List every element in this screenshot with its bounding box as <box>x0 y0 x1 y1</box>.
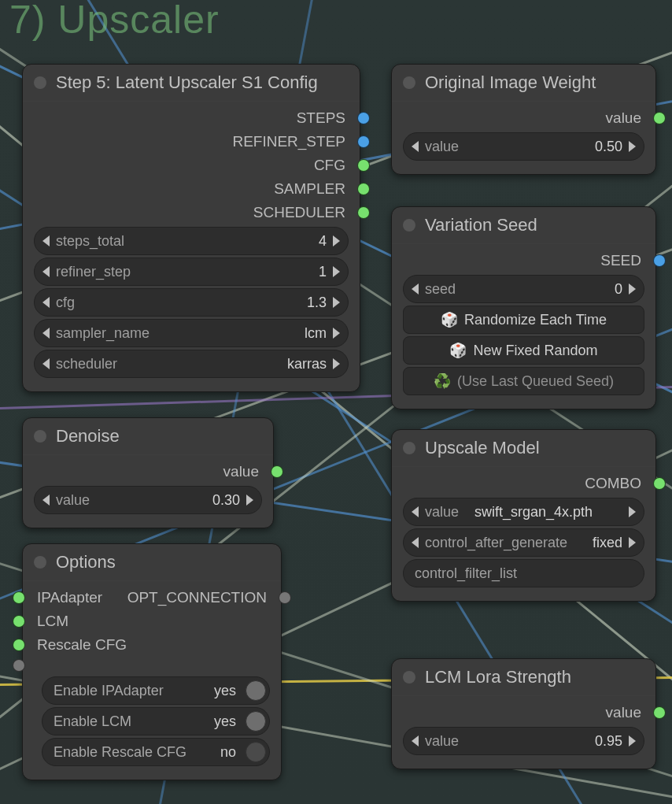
arrow-left-icon[interactable] <box>42 266 50 277</box>
arrow-left-icon[interactable] <box>412 141 419 152</box>
arrow-left-icon[interactable] <box>42 235 50 246</box>
output-opt-connection[interactable]: OPT_CONNECTION <box>127 589 270 606</box>
output-steps[interactable]: STEPS <box>34 106 349 130</box>
arrow-right-icon[interactable] <box>333 328 340 339</box>
port-icon[interactable] <box>13 592 24 603</box>
collapse-dot-icon[interactable] <box>403 76 415 89</box>
toggle-knob-icon <box>246 711 266 732</box>
node-variation-seed[interactable]: Variation Seed SEED seed 0 🎲 Randomize E… <box>391 206 656 409</box>
collapse-dot-icon[interactable] <box>34 430 46 443</box>
port-icon[interactable] <box>13 660 24 671</box>
randomize-each-time-button[interactable]: 🎲 Randomize Each Time <box>403 306 644 334</box>
arrow-left-icon[interactable] <box>42 328 50 339</box>
widget-cfg[interactable]: cfg 1.3 <box>34 288 349 317</box>
collapse-dot-icon[interactable] <box>403 442 415 454</box>
node-title: Denoise <box>56 426 120 446</box>
arrow-left-icon[interactable] <box>42 495 50 506</box>
port-icon[interactable] <box>654 113 665 124</box>
node-options[interactable]: Options IPAdapter OPT_CONNECTION LCM Res… <box>22 543 282 780</box>
port-icon[interactable] <box>654 707 665 718</box>
input-lcm[interactable]: LCM <box>34 609 270 633</box>
output-cfg[interactable]: CFG <box>34 154 349 177</box>
node-header[interactable]: Original Image Weight <box>392 65 655 102</box>
dice-icon: 🎲 <box>449 342 467 359</box>
port-icon[interactable] <box>654 478 665 489</box>
output-scheduler[interactable]: SCHEDULER <box>34 201 349 224</box>
arrow-right-icon[interactable] <box>629 735 636 747</box>
node-step5-config[interactable]: Step 5: Latent Upscaler S1 Config STEPS … <box>22 64 360 392</box>
arrow-left-icon[interactable] <box>412 735 419 747</box>
port-icon[interactable] <box>358 113 369 124</box>
node-denoise[interactable]: Denoise value value 0.30 <box>22 417 274 528</box>
node-title: Upscale Model <box>425 438 540 458</box>
node-header[interactable]: Options <box>23 544 281 581</box>
toggle-enable-lcm[interactable]: Enable LCM yes <box>42 707 270 735</box>
port-icon[interactable] <box>13 616 24 627</box>
arrow-left-icon[interactable] <box>412 506 419 517</box>
arrow-right-icon[interactable] <box>629 141 636 152</box>
widget-seed[interactable]: seed 0 <box>403 275 644 303</box>
node-header[interactable]: Upscale Model <box>392 430 655 467</box>
output-combo[interactable]: COMBO <box>403 472 644 495</box>
arrow-right-icon[interactable] <box>333 235 340 246</box>
arrow-right-icon[interactable] <box>629 506 636 517</box>
port-icon[interactable] <box>358 183 369 195</box>
widget-value[interactable]: value swift_srgan_4x.pth <box>403 498 644 526</box>
arrow-right-icon[interactable] <box>333 297 340 308</box>
port-icon[interactable] <box>279 592 290 603</box>
widget-value[interactable]: value 0.50 <box>403 132 644 161</box>
widget-control-filter-list[interactable]: control_filter_list <box>403 559 644 587</box>
widget-value[interactable]: value 0.95 <box>403 727 644 755</box>
arrow-right-icon[interactable] <box>246 495 253 506</box>
port-icon[interactable] <box>13 639 24 650</box>
node-lcm-lora-strength[interactable]: LCM Lora Strength value value 0.95 <box>391 658 656 769</box>
node-title: Options <box>56 552 116 572</box>
dice-icon: 🎲 <box>441 311 458 328</box>
input-empty[interactable] <box>34 657 270 674</box>
arrow-right-icon[interactable] <box>629 283 636 295</box>
port-icon[interactable] <box>358 160 369 171</box>
new-fixed-random-button[interactable]: 🎲 New Fixed Random <box>403 336 644 365</box>
output-value[interactable]: value <box>403 106 644 130</box>
widget-scheduler[interactable]: scheduler karras <box>34 350 349 378</box>
widget-value[interactable]: value 0.30 <box>34 486 262 514</box>
arrow-right-icon[interactable] <box>333 358 340 369</box>
widget-sampler-name[interactable]: sampler_name lcm <box>34 319 349 347</box>
widget-control-after-generate[interactable]: control_after_generate fixed <box>403 528 644 557</box>
arrow-right-icon[interactable] <box>629 537 636 548</box>
node-title: Original Image Weight <box>425 72 596 93</box>
node-upscale-model[interactable]: Upscale Model COMBO value swift_srgan_4x… <box>391 429 656 602</box>
widget-steps-total[interactable]: steps_total 4 <box>34 227 349 255</box>
arrow-right-icon[interactable] <box>333 266 340 277</box>
input-rescale-cfg[interactable]: Rescale CFG <box>34 633 270 657</box>
port-icon[interactable] <box>271 466 282 477</box>
arrow-left-icon[interactable] <box>412 283 419 295</box>
node-header[interactable]: Step 5: Latent Upscaler S1 Config <box>23 65 360 102</box>
output-seed[interactable]: SEED <box>403 249 644 272</box>
output-sampler[interactable]: SAMPLER <box>34 177 349 201</box>
arrow-left-icon[interactable] <box>42 297 50 308</box>
arrow-left-icon[interactable] <box>412 537 419 548</box>
port-icon[interactable] <box>358 207 369 218</box>
node-header[interactable]: Variation Seed <box>392 207 655 244</box>
toggle-enable-rescale-cfg[interactable]: Enable Rescale CFG no <box>42 738 270 766</box>
node-original-image-weight[interactable]: Original Image Weight value value 0.50 <box>391 64 656 175</box>
collapse-dot-icon[interactable] <box>34 76 46 89</box>
toggle-enable-ipadapter[interactable]: Enable IPAdapter yes <box>42 676 270 705</box>
node-header[interactable]: Denoise <box>23 418 273 455</box>
input-ipadapter[interactable]: IPAdapter <box>34 586 102 609</box>
recycle-icon: ♻️ <box>434 372 451 390</box>
collapse-dot-icon[interactable] <box>403 671 415 684</box>
widget-refiner-step[interactable]: refiner_step 1 <box>34 258 349 286</box>
output-value[interactable]: value <box>34 460 262 484</box>
output-value[interactable]: value <box>403 701 644 724</box>
port-icon[interactable] <box>654 255 665 266</box>
output-refiner-step[interactable]: REFINER_STEP <box>34 130 349 154</box>
node-title: LCM Lora Strength <box>425 667 571 687</box>
port-icon[interactable] <box>358 136 369 147</box>
arrow-left-icon[interactable] <box>42 358 50 369</box>
collapse-dot-icon[interactable] <box>403 219 415 232</box>
node-header[interactable]: LCM Lora Strength <box>392 659 655 696</box>
collapse-dot-icon[interactable] <box>34 556 46 569</box>
use-last-queued-seed-button[interactable]: ♻️ (Use Last Queued Seed) <box>403 367 644 395</box>
